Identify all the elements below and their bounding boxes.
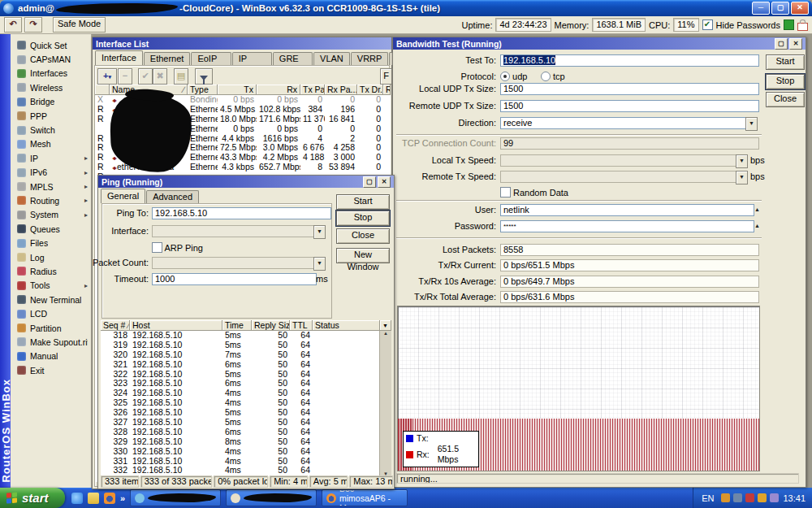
packet-count-select[interactable] <box>152 257 317 269</box>
tab[interactable]: VLAN <box>313 52 350 65</box>
sidebar-item[interactable]: Make Supout.rif <box>11 335 91 349</box>
redo-button[interactable]: ↷ <box>24 17 42 33</box>
maximize-button[interactable]: ▢ <box>771 2 789 15</box>
ping-to-input[interactable]: 192.168.5.10 <box>152 207 331 219</box>
column-host[interactable]: Host <box>130 320 222 331</box>
sidebar-item[interactable]: IP ▸ <box>11 151 91 165</box>
ping-row[interactable]: 318 192.168.5.10 5ms 50 64 <box>101 331 379 341</box>
column-time[interactable]: Time <box>222 320 252 331</box>
sidebar-item[interactable]: Interfaces <box>11 67 91 80</box>
timeout-input[interactable]: 1000 <box>152 273 317 285</box>
ping-interface-select[interactable] <box>152 225 317 237</box>
random-data-checkbox[interactable]: Random Data <box>500 187 568 198</box>
column-rx-drop[interactable]: Rx <box>383 85 391 95</box>
close-icon[interactable]: ✕ <box>378 176 391 188</box>
sidebar-item[interactable]: Manual <box>11 350 91 363</box>
add-button[interactable]: +▾ <box>97 68 117 85</box>
ping-row[interactable]: 322 192.168.5.10 5ms 50 64 <box>101 370 379 380</box>
enable-button[interactable]: ✔ <box>138 68 153 85</box>
ping-start-button[interactable]: Start <box>336 194 390 210</box>
ping-row[interactable]: 329 192.168.5.10 8ms 50 64 <box>101 437 379 447</box>
sidebar-item[interactable]: IPv6 ▸ <box>11 166 91 180</box>
column-seq[interactable]: Seq # ∕ <box>101 320 130 331</box>
ping-row[interactable]: 324 192.168.5.10 4ms 50 64 <box>101 389 379 398</box>
tray-icon[interactable] <box>758 493 767 502</box>
ping-row[interactable]: 326 192.168.5.10 5ms 50 64 <box>101 408 379 418</box>
sidebar-item[interactable]: New Terminal <box>11 293 91 306</box>
comment-button[interactable]: ▤ <box>174 68 188 85</box>
ping-row[interactable]: 325 192.168.5.10 4ms 50 64 <box>101 398 379 408</box>
column-tx-drop[interactable]: Tx Dr... <box>357 85 383 95</box>
maximize-icon[interactable]: ▢ <box>363 176 376 188</box>
scroll-up-icon[interactable]: ▲ <box>383 331 388 336</box>
sidebar-item[interactable]: Exit <box>11 363 91 377</box>
ping-scrollbar[interactable]: ▲ ▼ <box>379 331 391 476</box>
protocol-udp-radio[interactable]: udp <box>500 72 527 81</box>
local-tx-dropdown-icon[interactable]: ▼ <box>736 154 748 168</box>
sidebar-item[interactable]: Bridge <box>11 95 91 109</box>
tray-icon[interactable] <box>745 493 754 502</box>
start-button[interactable]: start <box>0 488 65 508</box>
direction-dropdown-icon[interactable]: ▼ <box>745 117 758 131</box>
tray-icon[interactable] <box>733 493 742 502</box>
column-tx-packet[interactable]: Tx Pa... <box>300 85 325 95</box>
arp-ping-checkbox[interactable]: ARP Ping <box>152 242 203 253</box>
ping-row[interactable]: 323 192.168.5.10 6ms 50 64 <box>101 379 379 389</box>
test-to-input[interactable]: 192.168.5.10 <box>500 54 759 67</box>
chevron-icon[interactable]: » <box>120 493 125 503</box>
clock[interactable]: 13:41 <box>783 493 806 503</box>
sidebar-item[interactable]: MPLS ▸ <box>11 180 91 193</box>
tab[interactable]: Interface <box>95 50 143 65</box>
sidebar-item[interactable]: CAPsMAN <box>11 52 91 66</box>
column-select-icon[interactable]: ▼ <box>380 320 391 331</box>
tab[interactable]: IP Tunnel <box>232 52 272 65</box>
sidebar-item[interactable]: PPP <box>11 109 91 123</box>
maximize-icon[interactable]: ▢ <box>775 38 788 50</box>
sidebar-item[interactable]: Wireless <box>11 80 91 94</box>
password-up-icon[interactable]: ▲ <box>752 220 762 231</box>
ie-icon[interactable] <box>71 493 83 504</box>
packet-count-dropdown-icon[interactable]: ▼ <box>313 257 326 271</box>
taskbar-window-button[interactable] <box>226 489 317 506</box>
column-type[interactable]: Type <box>188 85 218 95</box>
tab[interactable]: General <box>101 189 145 203</box>
sidebar-item[interactable]: Radius <box>11 264 91 278</box>
column-reply-size[interactable]: Reply Size <box>252 320 290 331</box>
tab[interactable]: Ethernet <box>144 52 191 65</box>
close-icon[interactable]: ✕ <box>789 38 802 50</box>
ping-close-button[interactable]: Close <box>336 228 390 244</box>
remote-tx-input[interactable] <box>500 171 737 183</box>
tab[interactable]: GRE Tunnel <box>273 52 313 65</box>
close-window-button[interactable]: Close <box>766 92 805 107</box>
ping-titlebar[interactable]: Ping (Running) ▢ ✕ <box>98 176 394 188</box>
tray-icon[interactable] <box>721 493 730 502</box>
tab[interactable]: VRRP <box>351 52 389 65</box>
tab[interactable]: Advanced <box>146 190 199 203</box>
hide-passwords-checkbox[interactable]: ✔ <box>702 20 713 30</box>
sidebar-item[interactable]: Log <box>11 250 91 264</box>
ping-row[interactable]: 320 192.168.5.10 7ms 50 64 <box>101 350 379 360</box>
local-udp-input[interactable]: 1500 <box>500 83 759 95</box>
ping-row[interactable]: 330 192.168.5.10 4ms 50 64 <box>101 447 379 457</box>
minimize-button[interactable]: ─ <box>752 2 770 15</box>
sidebar-item[interactable]: Queues <box>11 222 91 236</box>
local-tx-input[interactable] <box>500 154 737 167</box>
bandwidth-test-titlebar[interactable]: Bandwidth Test (Running) ▢ ✕ <box>393 37 806 50</box>
ping-row[interactable]: 321 192.168.5.10 6ms 50 64 <box>101 360 379 370</box>
sidebar-item[interactable]: LCD <box>11 306 91 320</box>
remote-tx-dropdown-icon[interactable]: ▼ <box>736 171 748 185</box>
interface-list-titlebar[interactable]: Interface List <box>93 37 391 50</box>
new-window-button[interactable]: New Window <box>336 248 390 263</box>
column-ttl[interactable]: TTL <box>290 320 313 331</box>
folder-icon[interactable] <box>88 493 99 504</box>
firefox-icon[interactable] <box>104 493 115 504</box>
column-rx-packet[interactable]: Rx Pa... <box>325 85 357 95</box>
interface-dropdown-icon[interactable]: ▼ <box>313 225 326 239</box>
direction-select[interactable]: receive <box>500 117 747 129</box>
tray-icon[interactable] <box>770 493 779 502</box>
remove-button[interactable]: − <box>118 68 132 85</box>
column-tx[interactable]: Tx <box>218 85 257 95</box>
column-status[interactable]: Status <box>313 320 380 331</box>
taskbar-window-button[interactable]: B5c - mimosaAP6 - M... <box>322 489 408 506</box>
find-button[interactable]: F <box>380 68 392 85</box>
